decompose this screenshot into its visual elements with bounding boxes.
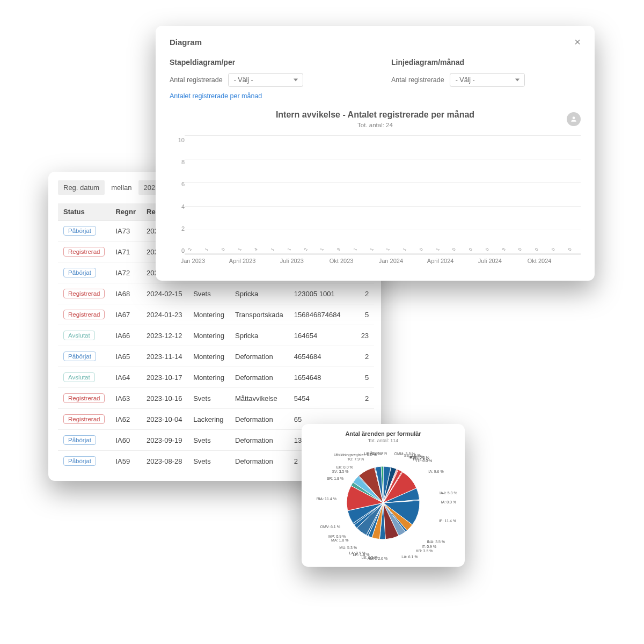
table-header[interactable]: Regnr — [110, 203, 141, 221]
table-cell: 5 — [346, 304, 375, 325]
table-header[interactable]: Status — [58, 203, 110, 221]
x-tick-label: April 2024 — [427, 258, 454, 264]
bar-value-label: 1 — [319, 247, 325, 252]
pie-label: LA: 6.1 % — [401, 554, 418, 558]
table-cell: Transportskada — [230, 304, 289, 325]
table-cell: 23 — [346, 325, 375, 346]
bar-value-label: 1 — [435, 247, 441, 252]
status-badge: Påbörjat — [63, 268, 96, 277]
table-cell: Lackering — [188, 409, 230, 430]
bar-value-label: 1 — [204, 247, 209, 252]
table-cell: Påbörjat — [58, 451, 110, 472]
table-cell: Registrerad — [58, 283, 110, 304]
chart-preset-link[interactable]: Antalet registrerade per månad — [170, 92, 262, 100]
bar-value-label: 1 — [287, 247, 292, 252]
table-cell: 5 — [346, 367, 375, 388]
line-dd-select[interactable]: - Välj - — [450, 73, 525, 87]
x-tick-label: April 2023 — [229, 258, 256, 264]
table-cell: 2 — [346, 283, 375, 304]
bar-value-label: 2 — [303, 247, 309, 252]
bar-value-label: 0 — [419, 247, 424, 252]
bar-value-label: 0 — [551, 247, 556, 252]
line-group-heading: Linjediagram/månad — [391, 58, 581, 67]
close-icon[interactable]: × — [574, 36, 581, 47]
bar-value-label: 1 — [353, 247, 358, 252]
table-cell: 2 — [346, 388, 375, 409]
x-tick-label: Juli 2024 — [478, 258, 502, 264]
line-dd-label: Antal registrerade — [391, 76, 444, 84]
table-cell: Påbörjat — [58, 262, 110, 283]
bar-value-label: 0 — [451, 247, 457, 252]
table-row[interactable]: RegistreradIA672024-01-23MonteringTransp… — [58, 304, 374, 325]
pie-subtitle: Tot. antal: 114 — [307, 438, 459, 443]
pie-label: LA: 0.9 % — [349, 551, 365, 555]
table-row[interactable]: AvslutatIA662023-12-12MonteringSpricka16… — [58, 325, 374, 346]
pie-label: TO: 7.9 % — [347, 457, 364, 461]
bar-value-label: 1 — [385, 247, 391, 252]
pie-label: KR: 3.5 % — [416, 548, 433, 552]
bar-chart: 1086420 210141121311110100030000 Jan 202… — [170, 136, 581, 268]
table-cell: IA62 — [110, 409, 141, 430]
table-row[interactable]: AvslutatIA642023-10-17MonteringDeformati… — [58, 367, 374, 388]
status-badge: Påbörjat — [63, 352, 96, 361]
x-tick-label: Jan 2024 — [379, 258, 403, 264]
table-cell: Påbörjat — [58, 430, 110, 451]
table-cell: 4654684 — [289, 346, 346, 367]
pie-label: MP: 0.9 % — [328, 535, 346, 538]
table-row[interactable]: PåbörjatIA652023-11-14MonteringDeformati… — [58, 346, 374, 367]
table-cell: 2024-01-23 — [141, 304, 188, 325]
table-cell: IA72 — [110, 262, 141, 283]
table-cell: Svets — [188, 283, 230, 304]
bar-value-label: 0 — [534, 247, 539, 252]
x-tick-label: Okt 2024 — [528, 258, 552, 264]
bar-value-label: 0 — [567, 247, 573, 252]
bar-value-label: 3 — [336, 247, 341, 252]
table-cell: Deformation — [230, 367, 289, 388]
table-row[interactable]: RegistreradIA682024-02-15SvetsSpricka123… — [58, 283, 374, 304]
pie-label: SV: 3.5 % — [332, 470, 349, 473]
table-cell: Montering — [188, 367, 230, 388]
pie-label: MU: 5.3 % — [339, 546, 357, 550]
table-cell: 123005 1001 — [289, 283, 346, 304]
bar-dd-select[interactable]: - Välj - — [228, 73, 303, 87]
pie-label: IA: 9.6 % — [428, 470, 443, 473]
bar-value-label: 0 — [485, 247, 490, 252]
pie-label: ÅO: 0.9 % — [370, 451, 387, 455]
user-icon[interactable] — [567, 112, 581, 126]
table-cell: Avslutat — [58, 367, 110, 388]
pie-label: IT: 0.9 % — [422, 544, 436, 548]
table-cell: IA67 — [110, 304, 141, 325]
table-cell: 1654648 — [289, 367, 346, 388]
x-tick-label: Jan 2023 — [181, 258, 205, 264]
filter-field[interactable]: Reg. datum — [58, 180, 105, 195]
table-cell: Registrerad — [58, 409, 110, 430]
status-badge: Avslutat — [63, 372, 95, 382]
bar-value-label: 1 — [402, 247, 407, 252]
table-cell: Montering — [188, 346, 230, 367]
status-badge: Påbörjat — [63, 226, 96, 236]
bar-value-label: 1 — [237, 247, 243, 252]
pie-label: IP: 11.4 % — [439, 519, 456, 523]
table-cell: 2023-12-12 — [141, 325, 188, 346]
pie-label: MA: 1.8 % — [331, 538, 348, 541]
x-tick-label: Okt 2023 — [330, 258, 354, 264]
table-cell: Påbörjat — [58, 221, 110, 241]
status-badge: Registrerad — [63, 247, 105, 257]
table-cell: Registrerad — [58, 304, 110, 325]
table-row[interactable]: RegistreradIA632023-10-16SvetsMåttavvike… — [58, 388, 374, 409]
table-cell: IA65 — [110, 346, 141, 367]
pie-title: Antal ärenden per formulär — [307, 430, 459, 437]
table-cell: Svets — [188, 430, 230, 451]
table-cell: Svets — [188, 451, 230, 472]
table-cell: IA68 — [110, 283, 141, 304]
table-cell: IA59 — [110, 451, 141, 472]
pie-label: OMV: 6.1 % — [320, 524, 340, 528]
bar-value-label: 0 — [221, 247, 226, 252]
table-cell: 156846874684 — [289, 304, 346, 325]
bar-value-label: 1 — [270, 247, 275, 252]
table-cell: Avslutat — [58, 325, 110, 346]
table-cell: Påbörjat — [58, 346, 110, 367]
table-cell: 2023-10-17 — [141, 367, 188, 388]
table-cell: IA73 — [110, 221, 141, 241]
table-cell: Spricka — [230, 283, 289, 304]
